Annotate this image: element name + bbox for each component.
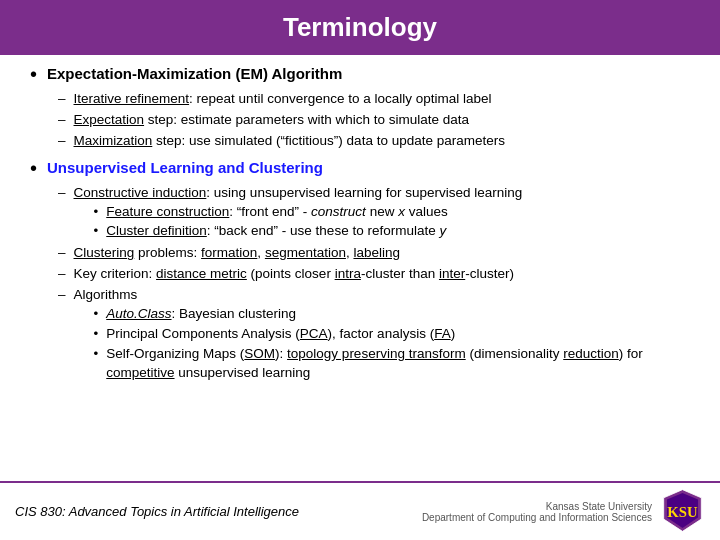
algorithms-label: Algorithms [74,287,138,302]
unsup-subitem-3: – Key criterion: distance metric (points… [58,265,690,284]
small-dot-4: • [94,325,99,344]
small-dot-1: • [94,203,99,222]
em-text-2: Expectation step: estimate parameters wi… [74,111,469,130]
constructive-block: Constructive induction: using unsupervis… [74,184,523,243]
small-dot-2: • [94,222,99,241]
clustering-text: Clustering problems: formation, segmenta… [74,244,400,263]
small-dot-3: • [94,305,99,324]
unsup-subitem-2: – Clustering problems: formation, segmen… [58,244,690,263]
em-text-1: Iterative refinement: repeat until conve… [74,90,492,109]
em-text-3: Maximization step: use simulated (“ficti… [74,132,505,151]
dash-1: – [58,90,66,109]
feature-item: • Feature construction: “front end” - co… [94,203,523,222]
svg-text:KSU: KSU [667,504,698,520]
footer: CIS 830: Advanced Topics in Artificial I… [0,481,720,540]
unsup-subitems: – Constructive induction: using unsuperv… [58,184,690,384]
dash-5: – [58,244,66,263]
pca-text: Principal Components Analysis (PCA), fac… [106,325,455,344]
small-dot-5: • [94,345,99,364]
footer-course: CIS 830: Advanced Topics in Artificial I… [15,504,299,519]
section-unsup: • Unsupervised Learning and Clustering –… [30,159,690,384]
em-subitem-3: – Maximization step: use simulated (“fic… [58,132,690,151]
em-subitem-2: – Expectation step: estimate parameters … [58,111,690,130]
autoclass-text: Auto.Class: Bayesian clustering [106,305,296,324]
footer-university: Kansas State University [422,501,652,512]
unsup-bullet: • Unsupervised Learning and Clustering [30,159,690,180]
ksu-logo: KSU [660,488,705,535]
dash-6: – [58,265,66,284]
main-content: • Expectation-Maximization (EM) Algorith… [0,55,720,397]
constructive-subsub: • Feature construction: “front end” - co… [94,203,523,242]
som-text: Self-Organizing Maps (SOM): topology pre… [106,345,690,383]
page-title: Terminology [0,0,720,55]
bullet-dot-1: • [30,63,37,86]
algorithms-block: Algorithms • Auto.Class: Bayesian cluste… [74,286,690,383]
em-title: Expectation-Maximization (EM) Algorithm [47,65,342,82]
bullet-dot-2: • [30,157,37,180]
em-subitems: – Iterative refinement: repeat until con… [58,90,690,151]
em-subitem-1: – Iterative refinement: repeat until con… [58,90,690,109]
som-item: • Self-Organizing Maps (SOM): topology p… [94,345,690,383]
dash-4: – [58,184,66,203]
feature-text: Feature construction: “front end” - cons… [106,203,447,222]
section-em: • Expectation-Maximization (EM) Algorith… [30,65,690,151]
em-bullet: • Expectation-Maximization (EM) Algorith… [30,65,690,86]
pca-item: • Principal Components Analysis (PCA), f… [94,325,690,344]
title-text: Terminology [283,12,437,42]
unsup-subitem-4: – Algorithms • Auto.Class: Bayesian clus… [58,286,690,383]
unsup-subitem-1: – Constructive induction: using unsuperv… [58,184,690,243]
unsup-title: Unsupervised Learning and Clustering [47,159,323,176]
cluster-def-text: Cluster definition: “back end” - use the… [106,222,446,241]
dash-7: – [58,286,66,305]
autoclass-item: • Auto.Class: Bayesian clustering [94,305,690,324]
footer-department: Department of Computing and Information … [422,512,652,523]
criterion-text: Key criterion: distance metric (points c… [74,265,514,284]
constructive-text: Constructive induction: using unsupervis… [74,185,523,200]
dash-2: – [58,111,66,130]
algorithms-subsub: • Auto.Class: Bayesian clustering • Prin… [94,305,690,383]
footer-university-block: Kansas State University Department of Co… [422,501,652,523]
cluster-def-item: • Cluster definition: “back end” - use t… [94,222,523,241]
dash-3: – [58,132,66,151]
